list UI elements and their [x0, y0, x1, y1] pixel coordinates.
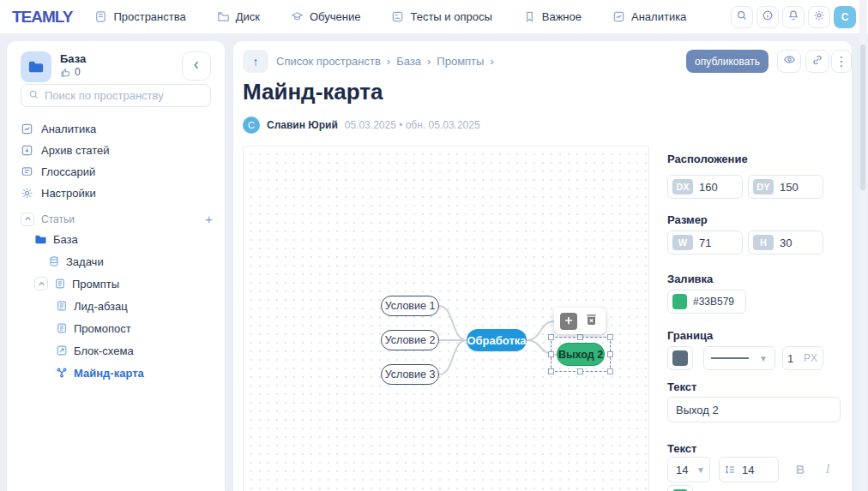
add-node-button[interactable]: [560, 313, 577, 330]
height-input[interactable]: [780, 237, 814, 249]
space-name[interactable]: База: [60, 52, 86, 65]
author-name[interactable]: Славин Юрий: [267, 119, 338, 131]
page-scrollbar-track[interactable]: [859, 0, 867, 491]
node-output-selected[interactable]: Выход 2: [557, 343, 605, 366]
notifications-button[interactable]: [782, 6, 805, 28]
border-width-unit: PX: [804, 352, 817, 364]
border-width-field[interactable]: PX: [782, 346, 823, 370]
dy-input[interactable]: [780, 181, 814, 194]
sidebar-item-settings[interactable]: Настройки: [21, 183, 211, 204]
search-icon: [736, 9, 748, 25]
nav-item-disk[interactable]: Диск: [217, 10, 260, 23]
nav-item-analytics[interactable]: Аналитика: [612, 10, 686, 23]
resize-handle-nw[interactable]: [548, 334, 554, 340]
nav-item-learning[interactable]: Обучение: [291, 10, 360, 23]
breadcrumb-item[interactable]: Промпты: [437, 55, 484, 68]
sidebar-item-label: Настройки: [41, 187, 96, 200]
nav-item-spaces[interactable]: Пространства: [94, 10, 185, 23]
articles-section-label: Статьи: [41, 213, 75, 225]
fill-color-swatch[interactable]: [672, 294, 687, 309]
page-scrollbar-thumb[interactable]: [860, 45, 865, 190]
width-input[interactable]: [699, 237, 733, 249]
breadcrumb-item[interactable]: Список пространств: [276, 55, 381, 68]
line-height-input[interactable]: [742, 464, 761, 476]
copy-link-button[interactable]: [805, 50, 829, 73]
graduation-icon: [291, 10, 304, 23]
resize-handle-ne[interactable]: [607, 334, 613, 340]
collapse-articles-button[interactable]: [21, 213, 34, 226]
resize-handle-s[interactable]: [577, 368, 583, 374]
section-size-title: Размер: [667, 213, 708, 226]
resize-handle-w[interactable]: [548, 351, 554, 357]
preview-button[interactable]: [777, 50, 801, 73]
space-search-input[interactable]: [45, 89, 203, 102]
articles-section-header: Статьи +: [21, 212, 213, 226]
link-icon: [811, 54, 823, 69]
journal-icon: [94, 10, 107, 23]
section-font-title: Текст: [667, 442, 696, 455]
document-dates: 05.03.2025 • обн. 05.03.2025: [345, 119, 480, 131]
book-icon: [21, 165, 33, 178]
tree-item-lid-abzac[interactable]: Лид-абзац: [21, 295, 213, 317]
publish-button[interactable]: опубликовать: [686, 50, 769, 73]
breadcrumb: Список пространств › База › Промпты ›: [276, 55, 494, 68]
node-process[interactable]: Обработка: [467, 329, 527, 351]
node-text-input[interactable]: [667, 397, 841, 422]
tree-item-promopost[interactable]: Промопост: [21, 317, 213, 339]
width-field[interactable]: W: [667, 231, 743, 254]
border-width-input[interactable]: [787, 352, 798, 365]
font-size-select[interactable]: 14 ▼: [667, 457, 710, 482]
sidebar-item-glossary[interactable]: Глоссарий: [21, 161, 211, 183]
space-likes[interactable]: 0: [60, 66, 81, 78]
nav-item-important[interactable]: Важное: [523, 10, 582, 23]
tree-item-maind-karta[interactable]: Майнд-карта: [21, 362, 213, 384]
author-avatar[interactable]: C: [243, 117, 260, 134]
more-options-button[interactable]: ⋮: [831, 50, 852, 73]
node-condition-1[interactable]: Условие 1: [381, 296, 439, 316]
caret-down-icon: ▼: [759, 354, 768, 363]
resize-handle-e[interactable]: [607, 351, 613, 357]
space-folder-icon[interactable]: [21, 51, 51, 82]
node-condition-3[interactable]: Условие 3: [381, 364, 439, 385]
database-icon: [48, 255, 60, 267]
user-avatar[interactable]: C: [834, 6, 856, 28]
dx-field[interactable]: DX: [667, 175, 743, 199]
bold-button[interactable]: B: [789, 457, 811, 482]
sidebar-item-archive[interactable]: Архив статей: [21, 140, 211, 161]
settings-button[interactable]: [808, 6, 830, 28]
resize-handle-se[interactable]: [607, 368, 613, 374]
tree-item-prompty[interactable]: Промпты: [21, 272, 213, 295]
articles-tree: База Задачи Промпты Лид-абзац Промопост …: [21, 228, 213, 384]
mindmap-canvas[interactable]: Условие 1 Условие 2 Условие 3 Обработка …: [243, 146, 649, 491]
tree-item-blok-shema[interactable]: Блок-схема: [21, 339, 213, 362]
dx-input[interactable]: [699, 181, 733, 194]
add-article-button[interactable]: +: [205, 212, 213, 226]
sidebar-item-label: Архив статей: [41, 144, 110, 157]
sidebar-item-analytics[interactable]: Аналитика: [21, 118, 211, 140]
resize-handle-sw[interactable]: [548, 368, 554, 374]
sidebar-collapse-button[interactable]: [182, 51, 211, 81]
text-color-button-partial[interactable]: [667, 485, 693, 491]
tree-item-zadachi[interactable]: Задачи: [21, 250, 213, 272]
teamly-logo[interactable]: TEAMLY: [12, 8, 72, 27]
collapse-prompty-button[interactable]: [34, 277, 48, 290]
tree-item-baza[interactable]: База: [21, 228, 213, 250]
top-navbar: TEAMLY Пространства Диск Обучение Тесты …: [0, 0, 868, 34]
line-height-field[interactable]: [719, 457, 779, 482]
resize-handle-n[interactable]: [577, 334, 583, 340]
nav-item-tests[interactable]: Тесты и опросы: [391, 10, 491, 23]
fill-color-input[interactable]: [693, 296, 741, 308]
border-color-button[interactable]: [667, 346, 693, 370]
dy-field[interactable]: DY: [748, 175, 823, 199]
border-style-select[interactable]: ▼: [703, 346, 775, 370]
search-button[interactable]: [731, 6, 753, 28]
height-field[interactable]: H: [748, 231, 823, 254]
delete-node-button[interactable]: [583, 313, 600, 330]
italic-button[interactable]: I: [817, 457, 839, 482]
info-button[interactable]: [756, 6, 779, 28]
fill-color-field[interactable]: [667, 290, 746, 314]
breadcrumb-item[interactable]: База: [396, 55, 421, 68]
trash-x-icon: [585, 313, 598, 329]
node-condition-2[interactable]: Условие 2: [381, 330, 439, 350]
navigate-up-button[interactable]: ↑: [243, 50, 268, 73]
